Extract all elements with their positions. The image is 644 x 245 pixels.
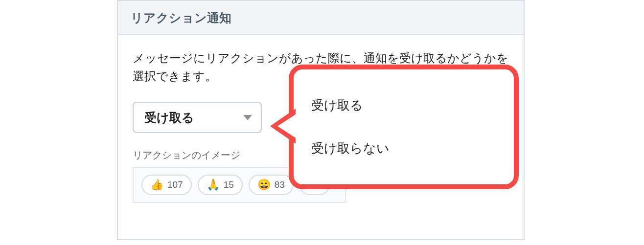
reaction-count: 107 xyxy=(167,179,183,190)
select-value: 受け取る xyxy=(144,110,194,126)
reaction-pill[interactable]: 😄 83 xyxy=(249,175,294,195)
reaction-count: 15 xyxy=(224,179,234,190)
notification-select[interactable]: 受け取る xyxy=(133,102,262,133)
panel-title: リアクション通知 xyxy=(131,10,231,26)
option-receive[interactable]: 受け取る xyxy=(311,97,496,114)
grin-icon: 😄 xyxy=(257,179,271,190)
reaction-pill[interactable]: 👍 107 xyxy=(141,175,192,195)
option-not-receive[interactable]: 受け取らない xyxy=(311,140,496,157)
chevron-down-icon xyxy=(243,115,252,120)
select-options-callout: 受け取る 受け取らない xyxy=(289,65,519,189)
pray-icon: 🙏 xyxy=(207,179,220,190)
reaction-pill[interactable]: 🙏 15 xyxy=(198,175,243,195)
thumbs-up-icon: 👍 xyxy=(150,179,163,190)
panel-header: リアクション通知 xyxy=(118,1,524,35)
reaction-count: 83 xyxy=(275,179,285,190)
